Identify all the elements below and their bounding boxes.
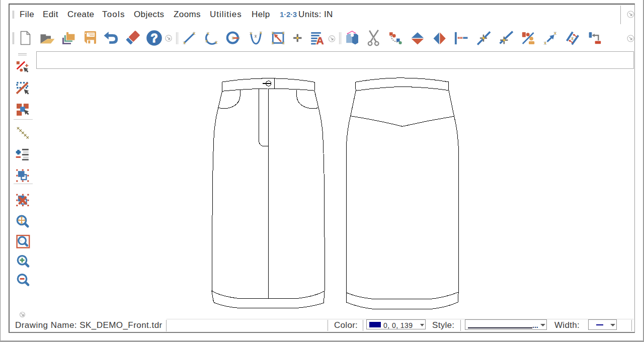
svg-text:A: A — [316, 35, 324, 46]
svg-text:?: ? — [150, 32, 157, 45]
